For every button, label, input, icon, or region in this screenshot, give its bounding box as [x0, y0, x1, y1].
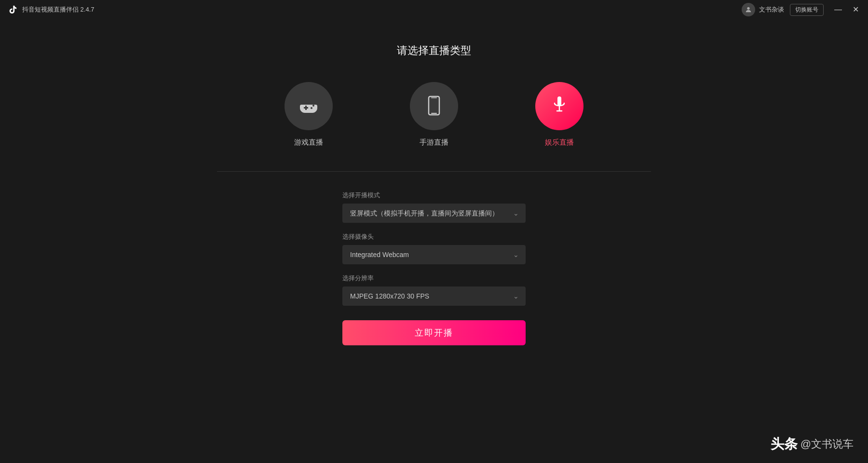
close-button[interactable]: ✕ [851, 5, 860, 14]
resolution-select-wrapper: MJPEG 1280x720 30 FPS ⌄ [342, 286, 526, 306]
username-label: 文书杂谈 [759, 5, 784, 14]
mobile-type-label: 手游直播 [420, 138, 448, 147]
mode-setting-group: 选择开播模式 竖屏模式（模拟手机开播，直播间为竖屏直播间） ⌄ [342, 191, 526, 223]
game-type-label: 游戏直播 [294, 138, 323, 147]
gamepad-icon [296, 94, 321, 119]
minimize-button[interactable]: — [833, 5, 843, 14]
type-item-entertainment[interactable]: 娱乐直播 [535, 82, 583, 147]
svg-rect-2 [429, 96, 439, 115]
camera-select[interactable]: Integrated Webcam [342, 245, 526, 264]
camera-select-wrapper: Integrated Webcam ⌄ [342, 245, 526, 264]
window-controls: — ✕ [833, 5, 860, 14]
avatar [742, 3, 755, 16]
page-title: 请选择直播类型 [397, 43, 471, 58]
svg-point-0 [747, 7, 749, 10]
game-icon-circle [285, 82, 333, 130]
user-info: 文书杂谈 [742, 3, 784, 16]
watermark-text1: 头条 [771, 435, 798, 453]
watermark-text2: @文书说车 [800, 437, 854, 451]
type-item-mobile[interactable]: 手游直播 [410, 82, 458, 147]
mode-label: 选择开播模式 [342, 191, 526, 200]
tiktok-logo-icon [8, 4, 18, 15]
resolution-select[interactable]: MJPEG 1280x720 30 FPS [342, 286, 526, 306]
camera-setting-group: 选择摄像头 Integrated Webcam ⌄ [342, 232, 526, 264]
microphone-icon [547, 94, 572, 119]
camera-label: 选择摄像头 [342, 232, 526, 241]
mode-select-wrapper: 竖屏模式（模拟手机开播，直播间为竖屏直播间） ⌄ [342, 204, 526, 223]
section-divider [217, 171, 651, 172]
watermark: 头条 @文书说车 [771, 435, 854, 453]
resolution-setting-group: 选择分辨率 MJPEG 1280x720 30 FPS ⌄ [342, 274, 526, 306]
svg-rect-5 [557, 96, 561, 106]
resolution-label: 选择分辨率 [342, 274, 526, 283]
entertainment-icon-circle [535, 82, 583, 130]
titlebar: 抖音短视频直播伴侣 2.4.7 文书杂谈 切换账号 — ✕ [0, 0, 868, 19]
start-live-button[interactable]: 立即开播 [342, 320, 526, 345]
svg-rect-3 [431, 113, 437, 114]
mode-select[interactable]: 竖屏模式（模拟手机开播，直播间为竖屏直播间） [342, 204, 526, 223]
mobile-icon-circle [410, 82, 458, 130]
titlebar-right: 文书杂谈 切换账号 — ✕ [742, 3, 860, 16]
main-content: 请选择直播类型 游戏直播 [0, 19, 868, 345]
start-btn-wrapper: 立即开播 [342, 320, 526, 345]
app-title: 抖音短视频直播伴侣 2.4.7 [22, 5, 95, 14]
type-item-game[interactable]: 游戏直播 [285, 82, 333, 147]
mobile-icon [421, 94, 447, 119]
type-selector: 游戏直播 手游直播 [285, 82, 583, 147]
svg-rect-4 [431, 97, 437, 98]
settings-section: 选择开播模式 竖屏模式（模拟手机开播，直播间为竖屏直播间） ⌄ 选择摄像头 In… [342, 191, 526, 306]
entertainment-type-label: 娱乐直播 [545, 138, 574, 147]
titlebar-left: 抖音短视频直播伴侣 2.4.7 [8, 4, 95, 15]
switch-account-button[interactable]: 切换账号 [790, 4, 824, 16]
